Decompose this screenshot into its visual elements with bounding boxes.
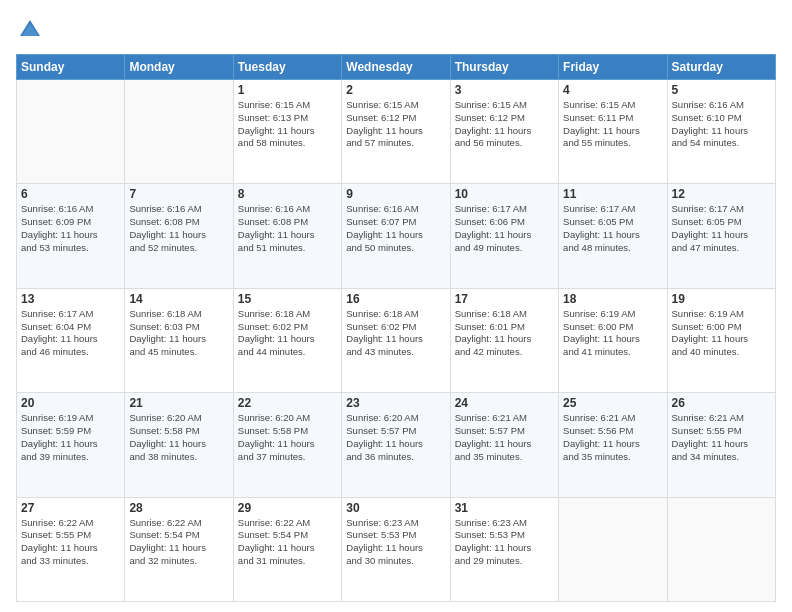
day-info: Sunrise: 6:22 AM Sunset: 5:55 PM Dayligh… xyxy=(21,517,120,568)
day-number: 16 xyxy=(346,292,445,306)
calendar-cell: 18Sunrise: 6:19 AM Sunset: 6:00 PM Dayli… xyxy=(559,288,667,392)
day-number: 7 xyxy=(129,187,228,201)
day-info: Sunrise: 6:23 AM Sunset: 5:53 PM Dayligh… xyxy=(455,517,554,568)
calendar-cell: 30Sunrise: 6:23 AM Sunset: 5:53 PM Dayli… xyxy=(342,497,450,601)
day-number: 10 xyxy=(455,187,554,201)
calendar-cell: 2Sunrise: 6:15 AM Sunset: 6:12 PM Daylig… xyxy=(342,80,450,184)
day-number: 3 xyxy=(455,83,554,97)
calendar-cell: 21Sunrise: 6:20 AM Sunset: 5:58 PM Dayli… xyxy=(125,393,233,497)
calendar-cell: 17Sunrise: 6:18 AM Sunset: 6:01 PM Dayli… xyxy=(450,288,558,392)
day-info: Sunrise: 6:21 AM Sunset: 5:55 PM Dayligh… xyxy=(672,412,771,463)
calendar-week-row: 1Sunrise: 6:15 AM Sunset: 6:13 PM Daylig… xyxy=(17,80,776,184)
calendar-cell: 19Sunrise: 6:19 AM Sunset: 6:00 PM Dayli… xyxy=(667,288,775,392)
calendar-table: SundayMondayTuesdayWednesdayThursdayFrid… xyxy=(16,54,776,602)
calendar-week-row: 20Sunrise: 6:19 AM Sunset: 5:59 PM Dayli… xyxy=(17,393,776,497)
day-number: 25 xyxy=(563,396,662,410)
day-info: Sunrise: 6:18 AM Sunset: 6:01 PM Dayligh… xyxy=(455,308,554,359)
day-info: Sunrise: 6:18 AM Sunset: 6:02 PM Dayligh… xyxy=(346,308,445,359)
weekday-header: Monday xyxy=(125,55,233,80)
calendar-cell xyxy=(559,497,667,601)
day-info: Sunrise: 6:20 AM Sunset: 5:58 PM Dayligh… xyxy=(129,412,228,463)
day-number: 21 xyxy=(129,396,228,410)
day-number: 11 xyxy=(563,187,662,201)
weekday-header: Tuesday xyxy=(233,55,341,80)
weekday-header: Sunday xyxy=(17,55,125,80)
calendar-cell: 9Sunrise: 6:16 AM Sunset: 6:07 PM Daylig… xyxy=(342,184,450,288)
calendar-cell: 10Sunrise: 6:17 AM Sunset: 6:06 PM Dayli… xyxy=(450,184,558,288)
day-number: 12 xyxy=(672,187,771,201)
day-info: Sunrise: 6:16 AM Sunset: 6:10 PM Dayligh… xyxy=(672,99,771,150)
day-number: 20 xyxy=(21,396,120,410)
calendar-cell: 4Sunrise: 6:15 AM Sunset: 6:11 PM Daylig… xyxy=(559,80,667,184)
day-info: Sunrise: 6:15 AM Sunset: 6:11 PM Dayligh… xyxy=(563,99,662,150)
calendar-cell: 23Sunrise: 6:20 AM Sunset: 5:57 PM Dayli… xyxy=(342,393,450,497)
calendar-cell: 6Sunrise: 6:16 AM Sunset: 6:09 PM Daylig… xyxy=(17,184,125,288)
day-number: 6 xyxy=(21,187,120,201)
calendar-cell: 22Sunrise: 6:20 AM Sunset: 5:58 PM Dayli… xyxy=(233,393,341,497)
day-number: 5 xyxy=(672,83,771,97)
weekday-header: Friday xyxy=(559,55,667,80)
calendar-cell xyxy=(125,80,233,184)
weekday-header: Wednesday xyxy=(342,55,450,80)
day-number: 14 xyxy=(129,292,228,306)
day-info: Sunrise: 6:19 AM Sunset: 6:00 PM Dayligh… xyxy=(672,308,771,359)
weekday-header: Saturday xyxy=(667,55,775,80)
day-info: Sunrise: 6:15 AM Sunset: 6:13 PM Dayligh… xyxy=(238,99,337,150)
day-number: 8 xyxy=(238,187,337,201)
day-number: 28 xyxy=(129,501,228,515)
day-info: Sunrise: 6:15 AM Sunset: 6:12 PM Dayligh… xyxy=(455,99,554,150)
day-number: 29 xyxy=(238,501,337,515)
day-info: Sunrise: 6:17 AM Sunset: 6:05 PM Dayligh… xyxy=(563,203,662,254)
day-info: Sunrise: 6:19 AM Sunset: 5:59 PM Dayligh… xyxy=(21,412,120,463)
day-number: 19 xyxy=(672,292,771,306)
day-number: 2 xyxy=(346,83,445,97)
day-info: Sunrise: 6:16 AM Sunset: 6:07 PM Dayligh… xyxy=(346,203,445,254)
calendar-cell: 13Sunrise: 6:17 AM Sunset: 6:04 PM Dayli… xyxy=(17,288,125,392)
day-number: 27 xyxy=(21,501,120,515)
day-number: 1 xyxy=(238,83,337,97)
day-info: Sunrise: 6:16 AM Sunset: 6:08 PM Dayligh… xyxy=(129,203,228,254)
calendar-cell: 16Sunrise: 6:18 AM Sunset: 6:02 PM Dayli… xyxy=(342,288,450,392)
day-info: Sunrise: 6:23 AM Sunset: 5:53 PM Dayligh… xyxy=(346,517,445,568)
page: SundayMondayTuesdayWednesdayThursdayFrid… xyxy=(0,0,792,612)
weekday-header: Thursday xyxy=(450,55,558,80)
calendar-cell: 8Sunrise: 6:16 AM Sunset: 6:08 PM Daylig… xyxy=(233,184,341,288)
day-number: 4 xyxy=(563,83,662,97)
day-info: Sunrise: 6:20 AM Sunset: 5:57 PM Dayligh… xyxy=(346,412,445,463)
day-number: 30 xyxy=(346,501,445,515)
day-number: 9 xyxy=(346,187,445,201)
day-number: 24 xyxy=(455,396,554,410)
day-info: Sunrise: 6:21 AM Sunset: 5:57 PM Dayligh… xyxy=(455,412,554,463)
calendar-cell: 28Sunrise: 6:22 AM Sunset: 5:54 PM Dayli… xyxy=(125,497,233,601)
day-info: Sunrise: 6:17 AM Sunset: 6:05 PM Dayligh… xyxy=(672,203,771,254)
calendar-cell xyxy=(17,80,125,184)
day-info: Sunrise: 6:17 AM Sunset: 6:06 PM Dayligh… xyxy=(455,203,554,254)
calendar-cell xyxy=(667,497,775,601)
day-info: Sunrise: 6:21 AM Sunset: 5:56 PM Dayligh… xyxy=(563,412,662,463)
day-number: 23 xyxy=(346,396,445,410)
calendar-cell: 11Sunrise: 6:17 AM Sunset: 6:05 PM Dayli… xyxy=(559,184,667,288)
day-number: 13 xyxy=(21,292,120,306)
day-info: Sunrise: 6:18 AM Sunset: 6:03 PM Dayligh… xyxy=(129,308,228,359)
calendar-header-row: SundayMondayTuesdayWednesdayThursdayFrid… xyxy=(17,55,776,80)
calendar-cell: 3Sunrise: 6:15 AM Sunset: 6:12 PM Daylig… xyxy=(450,80,558,184)
calendar-cell: 1Sunrise: 6:15 AM Sunset: 6:13 PM Daylig… xyxy=(233,80,341,184)
day-info: Sunrise: 6:16 AM Sunset: 6:08 PM Dayligh… xyxy=(238,203,337,254)
calendar-week-row: 27Sunrise: 6:22 AM Sunset: 5:55 PM Dayli… xyxy=(17,497,776,601)
calendar-cell: 25Sunrise: 6:21 AM Sunset: 5:56 PM Dayli… xyxy=(559,393,667,497)
header xyxy=(16,16,776,44)
calendar-cell: 29Sunrise: 6:22 AM Sunset: 5:54 PM Dayli… xyxy=(233,497,341,601)
calendar-cell: 26Sunrise: 6:21 AM Sunset: 5:55 PM Dayli… xyxy=(667,393,775,497)
day-number: 15 xyxy=(238,292,337,306)
calendar-cell: 12Sunrise: 6:17 AM Sunset: 6:05 PM Dayli… xyxy=(667,184,775,288)
day-number: 26 xyxy=(672,396,771,410)
day-info: Sunrise: 6:18 AM Sunset: 6:02 PM Dayligh… xyxy=(238,308,337,359)
day-info: Sunrise: 6:17 AM Sunset: 6:04 PM Dayligh… xyxy=(21,308,120,359)
calendar-cell: 7Sunrise: 6:16 AM Sunset: 6:08 PM Daylig… xyxy=(125,184,233,288)
day-number: 31 xyxy=(455,501,554,515)
calendar-cell: 14Sunrise: 6:18 AM Sunset: 6:03 PM Dayli… xyxy=(125,288,233,392)
day-info: Sunrise: 6:20 AM Sunset: 5:58 PM Dayligh… xyxy=(238,412,337,463)
day-number: 17 xyxy=(455,292,554,306)
calendar-week-row: 13Sunrise: 6:17 AM Sunset: 6:04 PM Dayli… xyxy=(17,288,776,392)
day-number: 22 xyxy=(238,396,337,410)
